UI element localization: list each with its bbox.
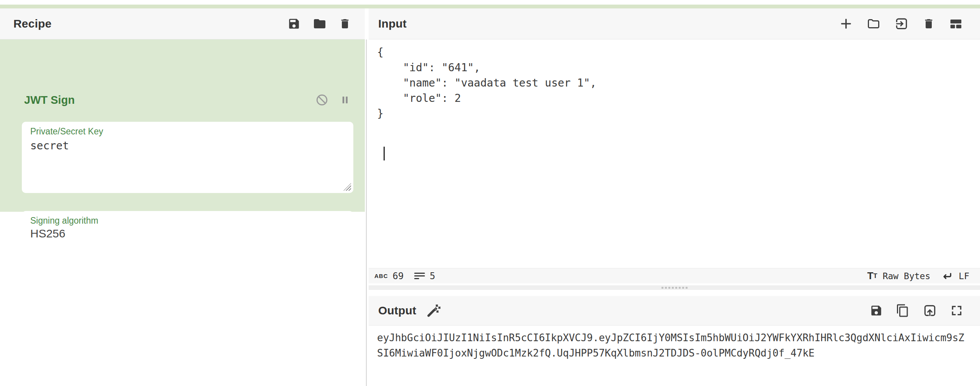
character-encoding-icon: TT (867, 270, 877, 282)
output-header: Output (369, 296, 980, 325)
top-accent-strip (0, 5, 980, 8)
cyberchef-app: Recipe JWT Sign (0, 0, 980, 386)
folder-open-icon[interactable] (867, 17, 880, 31)
signing-algorithm-value: HS256 (30, 227, 65, 240)
save-icon[interactable] (287, 17, 301, 30)
replace-input-icon[interactable] (923, 303, 937, 318)
line-ending-icon (941, 270, 953, 282)
disable-icon[interactable] (315, 93, 329, 107)
folder-icon[interactable] (313, 17, 327, 31)
text-cursor (384, 147, 385, 160)
signing-algorithm-select[interactable]: Signing algorithm HS256 (22, 211, 353, 242)
panel-divider[interactable] (366, 39, 367, 386)
copy-icon[interactable] (896, 304, 910, 317)
operation-jwt-sign[interactable]: JWT Sign Private/Secret Key secret Signi… (0, 39, 365, 212)
private-secret-key-field[interactable]: Private/Secret Key secret (22, 122, 353, 193)
output-area[interactable]: eyJhbGciOiJIUzI1NiIsInR5cCI6IkpXVCJ9.eyJ… (369, 325, 980, 386)
line-count-value: 5 (430, 271, 435, 281)
input-header: Input (369, 8, 980, 39)
operation-name: JWT Sign (24, 94, 75, 106)
magic-wand-icon[interactable] (426, 303, 441, 318)
trash-icon[interactable] (339, 18, 351, 30)
line-count-icon (414, 271, 425, 281)
pane-splitter[interactable] (369, 285, 980, 290)
signing-algorithm-label: Signing algorithm (30, 216, 98, 226)
line-ending-toggle[interactable]: LF (959, 271, 969, 281)
character-encoding-toggle[interactable]: Raw Bytes (883, 271, 931, 281)
trash-icon[interactable] (923, 18, 935, 30)
output-text: eyJhbGciOiJIUzI1NiIsInR5cCI6IkpXVCJ9.eyJ… (377, 330, 967, 361)
input-title: Input (378, 17, 407, 30)
output-title: Output (378, 304, 416, 317)
line-count-group: 5 (414, 271, 435, 281)
save-icon[interactable] (870, 304, 883, 317)
splitter-drag-handle[interactable] (662, 287, 688, 289)
recipe-header: Recipe (0, 8, 365, 39)
char-count-icon: ABC (374, 273, 388, 279)
private-secret-key-value: secret (30, 139, 69, 152)
char-count-group: ABC 69 (374, 271, 403, 281)
open-input-icon[interactable] (894, 16, 909, 31)
input-textarea[interactable]: { "id": "641", "name": "vaadata test use… (369, 39, 980, 268)
plus-icon[interactable] (839, 17, 853, 31)
recipe-title: Recipe (13, 17, 52, 30)
private-secret-key-label: Private/Secret Key (30, 126, 103, 137)
char-count-value: 69 (393, 271, 404, 281)
pause-icon[interactable] (339, 94, 351, 106)
textarea-resize-handle[interactable] (343, 183, 351, 191)
layout-icon[interactable] (949, 16, 963, 31)
input-text: { "id": "641", "name": "vaadata test use… (377, 45, 596, 121)
maximise-icon[interactable] (950, 304, 963, 317)
input-status-bar: ABC 69 5 TT Raw Bytes LF (369, 268, 980, 283)
